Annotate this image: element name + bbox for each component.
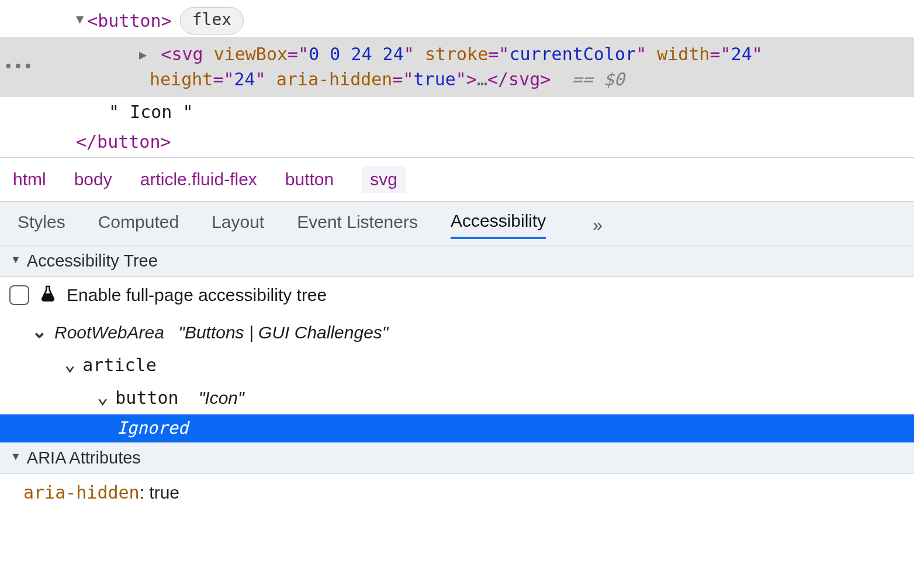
tab-styles[interactable]: Styles bbox=[18, 212, 65, 238]
dom-node-button-close[interactable]: </button> bbox=[0, 127, 914, 157]
enable-full-page-tree-row[interactable]: Enable full-page accessibility tree bbox=[0, 277, 914, 314]
attr-viewbox-name: viewBox bbox=[214, 44, 288, 64]
section-accessibility-tree-header[interactable]: Accessibility Tree bbox=[0, 245, 914, 277]
tree-ignored-label: Ignored bbox=[117, 418, 188, 438]
tree-button-role: button bbox=[115, 385, 178, 411]
breadcrumb: html body article.fluid-flex button svg bbox=[0, 158, 914, 202]
sidebar-tabs: Styles Computed Layout Event Listeners A… bbox=[0, 202, 914, 245]
dom-text-node-value: " Icon " bbox=[109, 99, 193, 125]
enable-full-page-tree-checkbox[interactable] bbox=[9, 285, 29, 305]
svg-close-tag: </svg> bbox=[487, 69, 551, 89]
gutter-actions-icon[interactable]: ••• bbox=[0, 55, 41, 79]
attr-width-name: width bbox=[657, 44, 709, 64]
dom-button-close: </button> bbox=[76, 129, 171, 155]
tab-computed[interactable]: Computed bbox=[98, 212, 179, 238]
disclosure-triangle-down-icon[interactable] bbox=[76, 10, 84, 29]
svg-tag-name: svg bbox=[171, 44, 203, 64]
attr-stroke-val: currentColor bbox=[509, 44, 636, 64]
tab-event-listeners[interactable]: Event Listeners bbox=[297, 212, 418, 238]
tab-accessibility[interactable]: Accessibility bbox=[451, 211, 546, 239]
aria-attr-val: true bbox=[149, 483, 179, 502]
tree-root-role: RootWebArea bbox=[54, 319, 164, 345]
tree-node-article[interactable]: article bbox=[0, 349, 914, 382]
dom-node-button-open[interactable]: <button> flex bbox=[0, 5, 914, 37]
accessibility-tree: RootWebArea "Buttons | GUI Challenges" a… bbox=[0, 314, 914, 442]
tree-button-name: "Icon" bbox=[199, 385, 244, 411]
enable-full-page-tree-label: Enable full-page accessibility tree bbox=[67, 285, 327, 305]
aria-attr-key: aria-hidden bbox=[23, 482, 140, 503]
breadcrumb-svg[interactable]: svg bbox=[362, 166, 406, 193]
elements-dom-panel: <button> flex ••• <svg viewBox="0 0 24 2… bbox=[0, 0, 914, 158]
dom-node-svg-selected[interactable]: ••• <svg viewBox="0 0 24 24" stroke="cur… bbox=[0, 37, 914, 97]
attr-height-val: 24 bbox=[234, 69, 255, 89]
beaker-icon bbox=[39, 284, 57, 307]
attr-aria-hidden-name: aria-hidden bbox=[276, 69, 393, 89]
tab-layout[interactable]: Layout bbox=[212, 212, 264, 238]
breadcrumb-html[interactable]: html bbox=[13, 170, 46, 189]
svg-children-ellipsis[interactable]: … bbox=[477, 69, 487, 89]
aria-attribute-row: aria-hidden: true bbox=[0, 474, 914, 511]
breadcrumb-body[interactable]: body bbox=[74, 170, 112, 189]
attr-stroke-name: stroke bbox=[425, 44, 488, 64]
attr-height-name: height bbox=[150, 69, 213, 89]
tree-node-root[interactable]: RootWebArea "Buttons | GUI Challenges" bbox=[0, 316, 914, 349]
section-title-aria: ARIA Attributes bbox=[27, 448, 141, 468]
tree-node-ignored-selected[interactable]: Ignored bbox=[0, 414, 914, 442]
disclosure-triangle-right-icon[interactable] bbox=[139, 46, 147, 64]
chevron-down-icon[interactable] bbox=[97, 383, 108, 411]
chevron-down-icon[interactable] bbox=[32, 317, 47, 345]
breadcrumb-button[interactable]: button bbox=[285, 170, 334, 189]
attr-viewbox-val: 0 0 24 24 bbox=[309, 44, 404, 64]
dom-text-node[interactable]: " Icon " bbox=[0, 97, 914, 127]
tree-root-name: "Buttons | GUI Challenges" bbox=[178, 319, 388, 345]
chevron-down-icon[interactable] bbox=[64, 350, 75, 378]
tabs-overflow-icon[interactable]: » bbox=[593, 215, 603, 235]
section-disclosure-icon[interactable] bbox=[11, 451, 21, 463]
breadcrumb-article[interactable]: article.fluid-flex bbox=[140, 170, 257, 189]
flex-badge[interactable]: flex bbox=[180, 7, 244, 34]
attr-aria-hidden-val: true bbox=[414, 69, 456, 89]
dom-button-open: <button> bbox=[87, 8, 172, 34]
console-ref-indicator: == $0 bbox=[572, 69, 625, 89]
tree-article-role: article bbox=[82, 352, 156, 378]
section-disclosure-icon[interactable] bbox=[11, 254, 21, 266]
section-title-acc-tree: Accessibility Tree bbox=[27, 251, 158, 271]
attr-width-val: 24 bbox=[731, 44, 752, 64]
section-aria-attributes-header[interactable]: ARIA Attributes bbox=[0, 442, 914, 474]
tree-node-button[interactable]: button "Icon" bbox=[0, 382, 914, 414]
